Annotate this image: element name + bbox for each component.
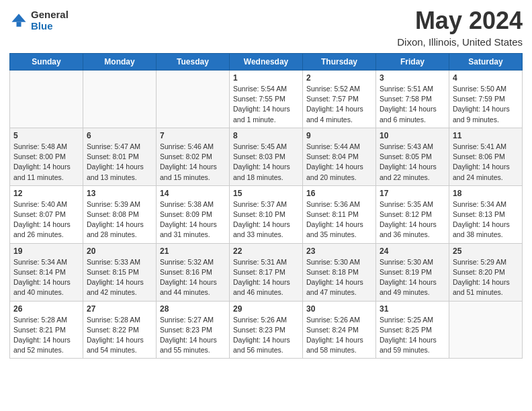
day-info-24: Sunrise: 5:30 AMSunset: 8:19 PMDaylight:… (380, 257, 445, 298)
day-info-3: Sunrise: 5:51 AMSunset: 7:58 PMDaylight:… (380, 84, 445, 125)
svg-marker-0 (12, 13, 26, 21)
page: General Blue May 2024 Dixon, Illinois, U… (0, 0, 532, 411)
cell-w5-d7 (449, 301, 523, 359)
svg-rect-1 (17, 21, 21, 26)
cell-w2-d4: 8Sunrise: 5:45 AMSunset: 8:03 PMDaylight… (230, 128, 303, 185)
day-number-4: 4 (453, 73, 519, 83)
cell-w2-d7: 11Sunrise: 5:41 AMSunset: 8:06 PMDayligh… (449, 128, 523, 185)
cell-w2-d2: 6Sunrise: 5:47 AMSunset: 8:01 PMDaylight… (83, 128, 157, 185)
title-section: May 2024 Dixon, Illinois, United States (397, 7, 523, 48)
cell-w1-d6: 3Sunrise: 5:51 AMSunset: 7:58 PMDaylight… (376, 71, 449, 128)
day-number-6: 6 (87, 131, 152, 140)
week-row-1: 1Sunrise: 5:54 AMSunset: 7:55 PMDaylight… (10, 71, 523, 128)
week-row-2: 5Sunrise: 5:48 AMSunset: 8:00 PMDaylight… (10, 128, 523, 185)
logo-icon (9, 11, 28, 30)
cell-w4-d3: 21Sunrise: 5:32 AMSunset: 8:16 PMDayligh… (157, 243, 230, 301)
day-number-22: 22 (233, 246, 299, 256)
cell-w1-d2 (83, 71, 157, 128)
day-number-17: 17 (380, 189, 445, 198)
day-number-27: 27 (87, 304, 152, 314)
cell-w2-d3: 7Sunrise: 5:46 AMSunset: 8:02 PMDaylight… (157, 128, 230, 185)
cell-w1-d4: 1Sunrise: 5:54 AMSunset: 7:55 PMDaylight… (230, 71, 303, 128)
day-number-15: 15 (233, 189, 299, 198)
day-number-1: 1 (233, 73, 299, 83)
day-info-11: Sunrise: 5:41 AMSunset: 8:06 PMDaylight:… (453, 142, 519, 183)
cell-w4-d1: 19Sunrise: 5:34 AMSunset: 8:14 PMDayligh… (10, 243, 83, 301)
day-number-20: 20 (87, 246, 152, 256)
header: General Blue May 2024 Dixon, Illinois, U… (9, 7, 523, 48)
day-info-20: Sunrise: 5:33 AMSunset: 8:15 PMDaylight:… (87, 257, 152, 298)
calendar: Sunday Monday Tuesday Wednesday Thursday… (9, 53, 523, 359)
cell-w3-d1: 12Sunrise: 5:40 AMSunset: 8:07 PMDayligh… (10, 185, 83, 243)
day-number-3: 3 (380, 73, 445, 83)
day-number-2: 2 (306, 73, 372, 83)
subtitle: Dixon, Illinois, United States (397, 36, 523, 48)
day-info-26: Sunrise: 5:28 AMSunset: 8:21 PMDaylight:… (13, 315, 79, 356)
day-number-12: 12 (13, 189, 79, 198)
day-info-31: Sunrise: 5:25 AMSunset: 8:25 PMDaylight:… (380, 315, 445, 356)
cell-w4-d4: 22Sunrise: 5:31 AMSunset: 8:17 PMDayligh… (230, 243, 303, 301)
logo-general-text: General (31, 9, 69, 21)
cell-w3-d7: 18Sunrise: 5:34 AMSunset: 8:13 PMDayligh… (449, 185, 523, 243)
day-info-14: Sunrise: 5:38 AMSunset: 8:09 PMDaylight:… (160, 199, 226, 240)
day-number-31: 31 (380, 304, 445, 314)
day-info-8: Sunrise: 5:45 AMSunset: 8:03 PMDaylight:… (233, 142, 299, 183)
cell-w3-d3: 14Sunrise: 5:38 AMSunset: 8:09 PMDayligh… (157, 185, 230, 243)
day-number-5: 5 (13, 131, 79, 140)
day-number-11: 11 (453, 131, 519, 140)
cell-w3-d4: 15Sunrise: 5:37 AMSunset: 8:10 PMDayligh… (230, 185, 303, 243)
day-info-19: Sunrise: 5:34 AMSunset: 8:14 PMDaylight:… (13, 257, 79, 298)
cell-w5-d6: 31Sunrise: 5:25 AMSunset: 8:25 PMDayligh… (376, 301, 449, 359)
cell-w5-d1: 26Sunrise: 5:28 AMSunset: 8:21 PMDayligh… (10, 301, 83, 359)
week-row-5: 26Sunrise: 5:28 AMSunset: 8:21 PMDayligh… (10, 301, 523, 359)
day-info-29: Sunrise: 5:26 AMSunset: 8:23 PMDaylight:… (233, 315, 299, 356)
cell-w1-d3 (157, 71, 230, 128)
day-number-14: 14 (160, 189, 226, 198)
day-number-25: 25 (453, 246, 519, 256)
main-title: May 2024 (397, 7, 523, 35)
day-info-16: Sunrise: 5:36 AMSunset: 8:11 PMDaylight:… (306, 199, 372, 240)
cell-w2-d6: 10Sunrise: 5:43 AMSunset: 8:05 PMDayligh… (376, 128, 449, 185)
day-number-19: 19 (13, 246, 79, 256)
day-info-2: Sunrise: 5:52 AMSunset: 7:57 PMDaylight:… (306, 84, 372, 125)
cell-w4-d2: 20Sunrise: 5:33 AMSunset: 8:15 PMDayligh… (83, 243, 157, 301)
cell-w4-d5: 23Sunrise: 5:30 AMSunset: 8:18 PMDayligh… (303, 243, 376, 301)
col-monday: Monday (83, 54, 157, 71)
day-info-30: Sunrise: 5:26 AMSunset: 8:24 PMDaylight:… (306, 315, 372, 356)
day-number-7: 7 (160, 131, 226, 140)
day-number-28: 28 (160, 304, 226, 314)
day-number-30: 30 (306, 304, 372, 314)
day-number-9: 9 (306, 131, 372, 140)
day-info-18: Sunrise: 5:34 AMSunset: 8:13 PMDaylight:… (453, 199, 519, 240)
cell-w2-d5: 9Sunrise: 5:44 AMSunset: 8:04 PMDaylight… (303, 128, 376, 185)
day-info-15: Sunrise: 5:37 AMSunset: 8:10 PMDaylight:… (233, 199, 299, 240)
cell-w3-d2: 13Sunrise: 5:39 AMSunset: 8:08 PMDayligh… (83, 185, 157, 243)
logo: General Blue (9, 9, 69, 32)
cell-w3-d5: 16Sunrise: 5:36 AMSunset: 8:11 PMDayligh… (303, 185, 376, 243)
day-info-22: Sunrise: 5:31 AMSunset: 8:17 PMDaylight:… (233, 257, 299, 298)
day-info-12: Sunrise: 5:40 AMSunset: 8:07 PMDaylight:… (13, 199, 79, 240)
day-info-28: Sunrise: 5:27 AMSunset: 8:23 PMDaylight:… (160, 315, 226, 356)
cell-w5-d3: 28Sunrise: 5:27 AMSunset: 8:23 PMDayligh… (157, 301, 230, 359)
day-number-21: 21 (160, 246, 226, 256)
day-number-29: 29 (233, 304, 299, 314)
day-info-23: Sunrise: 5:30 AMSunset: 8:18 PMDaylight:… (306, 257, 372, 298)
cell-w5-d2: 27Sunrise: 5:28 AMSunset: 8:22 PMDayligh… (83, 301, 157, 359)
cell-w4-d7: 25Sunrise: 5:29 AMSunset: 8:20 PMDayligh… (449, 243, 523, 301)
day-info-4: Sunrise: 5:50 AMSunset: 7:59 PMDaylight:… (453, 84, 519, 125)
col-tuesday: Tuesday (157, 54, 230, 71)
cell-w1-d1 (10, 71, 83, 128)
col-friday: Friday (376, 54, 449, 71)
day-info-9: Sunrise: 5:44 AMSunset: 8:04 PMDaylight:… (306, 142, 372, 183)
col-wednesday: Wednesday (230, 54, 303, 71)
day-number-10: 10 (380, 131, 445, 140)
day-info-17: Sunrise: 5:35 AMSunset: 8:12 PMDaylight:… (380, 199, 445, 240)
cell-w1-d7: 4Sunrise: 5:50 AMSunset: 7:59 PMDaylight… (449, 71, 523, 128)
cell-w2-d1: 5Sunrise: 5:48 AMSunset: 8:00 PMDaylight… (10, 128, 83, 185)
header-row: Sunday Monday Tuesday Wednesday Thursday… (10, 54, 523, 71)
day-number-13: 13 (87, 189, 152, 198)
logo-blue-text: Blue (31, 21, 69, 32)
day-info-10: Sunrise: 5:43 AMSunset: 8:05 PMDaylight:… (380, 142, 445, 183)
day-number-16: 16 (306, 189, 372, 198)
day-info-5: Sunrise: 5:48 AMSunset: 8:00 PMDaylight:… (13, 142, 79, 183)
